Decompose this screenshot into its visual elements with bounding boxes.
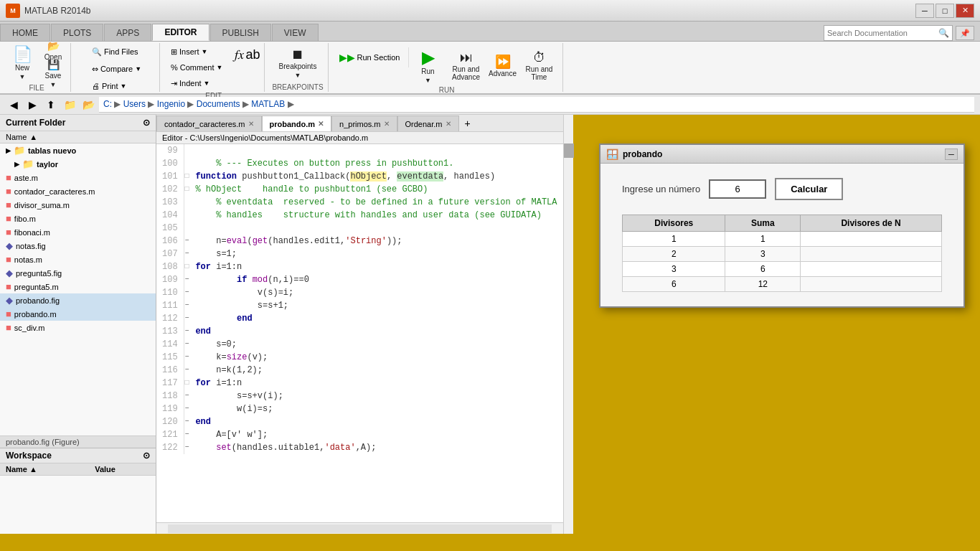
list-item[interactable]: ■ fibo.m [0,212,156,225]
browser-button[interactable]: 📂 [80,97,96,113]
list-item[interactable]: ▶ 📁 taylor [0,157,156,171]
editor-tab-contador[interactable]: contador_caracteres.m ✕ [156,116,262,131]
ribbon: 📄 New ▼ 📂 Open ▼ 💾 Save ▼ [0,42,980,95]
figure-input-row: Ingrese un número Calcular [622,178,942,200]
tab-plots[interactable]: PLOTS [51,24,103,41]
workspace-menu[interactable]: ⊙ [143,451,150,461]
list-item[interactable]: ■ fibonaci.m [0,225,156,239]
editor-tab-probando[interactable]: probando.m ✕ [262,116,332,131]
search-input[interactable] [827,29,938,37]
compare-button[interactable]: ⇔ Compare ▼ [88,62,145,76]
m-file-icon: ■ [6,322,11,333]
workspace-panel: Workspace ⊙ Name ▲ Value [0,448,156,534]
code-editor[interactable]: 99 100 % --- Executes on button press in… [156,144,563,522]
tab-home[interactable]: HOME [0,24,50,41]
tab-editor[interactable]: EDITOR [152,24,209,41]
calcular-button[interactable]: Calcular [775,178,843,200]
list-item[interactable]: ■ pregunta5.m [0,280,156,293]
list-item[interactable]: ■ notas.m [0,253,156,266]
table-row: 104 % handles structure with handles and… [156,209,563,222]
editor-tab-nprimos[interactable]: n_primos.m ✕ [331,116,397,131]
list-item[interactable]: ◆ probando.fig [0,293,156,307]
table-row: 108 □ for i=1:n [156,260,563,273]
minimize-button[interactable]: ─ [915,4,934,18]
m-file-icon: ■ [6,213,11,224]
workspace-table: Name ▲ Value [0,463,156,476]
list-item[interactable]: ■ contador_caracteres.m [0,184,156,198]
expand-icon: ▶ [6,147,11,154]
vertical-scrollbar[interactable] [563,115,573,534]
close-tab-icon[interactable]: ✕ [446,120,451,128]
close-button[interactable]: ✕ [956,4,974,18]
m-file-icon: ■ [6,227,11,237]
ws-col-name: Name ▲ [0,463,89,476]
table-row: 2 3 [623,247,942,262]
forward-button[interactable]: ▶ [24,97,40,113]
close-tab-icon[interactable]: ✕ [384,120,390,128]
breakpoints-button[interactable]: ⏹ Breakpoints ▼ [283,44,313,82]
breadcrumb: C: ▶ Users ▶ Ingenio ▶ Documents ▶ MATLA… [103,99,294,109]
ab-button[interactable]: ab [245,47,260,62]
list-item[interactable]: ■ aste.m [0,171,156,184]
table-row: 109 − if mod(n,i)==0 [156,273,563,286]
table-row: 121 − A=[v' w']; [156,428,563,441]
save-button[interactable]: 💾 Save ▼ [40,65,66,83]
close-tab-icon[interactable]: ✕ [248,120,254,128]
tab-view[interactable]: VIEW [272,24,319,41]
title-bar: M MATLAB R2014b ─ □ ✕ [0,0,980,22]
indent-icon: ⇥ [171,79,177,88]
folder-icon: 📁 [14,145,25,156]
maximize-button[interactable]: □ [936,4,954,18]
table-row: 6 12 [623,277,942,292]
insert-button[interactable]: ⊞ Insert ▼ [167,44,226,59]
list-item[interactable]: ■ sc_div.m [0,321,156,334]
tab-apps[interactable]: APPS [104,24,151,41]
advance-button[interactable]: ⏩ Advance [489,47,517,85]
fx-button[interactable]: 𝑓𝑥 [235,47,244,62]
find-files-button[interactable]: 🔍 Find Files [88,44,142,59]
list-item[interactable]: ■ probando.m [0,307,156,321]
breadcrumb-users[interactable]: Users [123,99,146,109]
table-row: 99 [156,144,563,157]
list-item[interactable]: ▶ 📁 tablas nuevo [0,143,156,157]
cell-dn [801,232,942,247]
editor-tab-ordenar[interactable]: Ordenar.m ✕ [397,116,459,131]
tab-publish[interactable]: PUBLISH [210,24,271,41]
open-icon: 📂 [47,40,60,52]
up-button[interactable]: ⬆ [43,97,59,113]
figure-minimize-button[interactable]: ─ [945,149,958,160]
figure-number-input[interactable] [709,179,766,199]
table-row: 118 − s=s+v(i); [156,390,563,402]
list-item[interactable]: ◆ pregunta5.fig [0,266,156,280]
run-advance-button[interactable]: ⏭ Run and Advance [448,47,485,85]
run-time-button[interactable]: ⏱ Run and Time [521,47,558,85]
close-tab-icon[interactable]: ✕ [318,120,324,128]
breadcrumb-ingenio[interactable]: Ingenio [157,99,185,109]
new-button[interactable]: 📄 New ▼ [7,44,37,82]
m-file-icon: ■ [6,309,11,319]
table-row: 107 − s=1; [156,248,563,260]
table-row: 106 − n=eval(get(handles.edit1,'String')… [156,235,563,248]
back-button[interactable]: ◀ [6,97,22,113]
search-box[interactable]: 🔍 [824,25,953,41]
breadcrumb-documents[interactable]: Documents [197,99,240,109]
breadcrumb-matlab[interactable]: MATLAB [251,99,285,109]
indent-button[interactable]: ⇥ Indent ▼ [167,76,226,90]
breadcrumb-c[interactable]: C: [103,99,112,109]
list-item[interactable]: ◆ notas.fig [0,239,156,253]
comment-button[interactable]: % Comment ▼ [167,60,226,75]
col-divisores-n: Divisores de N [801,215,942,232]
figure-label: probando.fig (Figure) [0,435,156,448]
table-row: 114 − s=0; [156,338,563,351]
add-tab-button[interactable]: + [459,116,476,131]
ribbon-group-navigate: 🔍 Find Files ⇔ Compare ▼ 🖨 Print ▼ ↩ Go [74,43,160,92]
run-button[interactable]: ▶ Run ▼ [413,47,443,85]
fig-file-icon: ◆ [6,295,13,306]
ribbon-pin-button[interactable]: 📌 [956,26,974,40]
print-button[interactable]: 🖨 Print ▼ [88,79,131,93]
list-item[interactable]: ■ divisor_suma.m [0,198,156,212]
current-folder-menu[interactable]: ⊙ [143,118,150,128]
run-section-button[interactable]: ▶▶ Run Section [336,47,404,67]
horizontal-scrollbar[interactable] [168,524,552,533]
table-row: 112 − end [156,312,563,325]
